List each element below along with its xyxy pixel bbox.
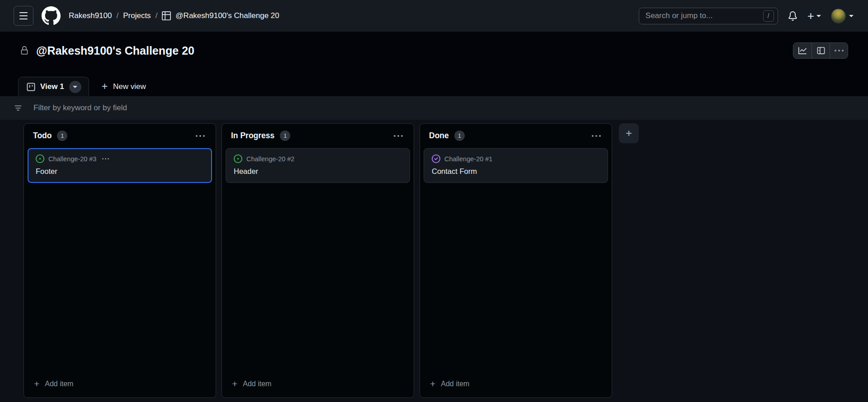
card-title: Header (234, 167, 402, 176)
add-column-button[interactable]: + (619, 123, 639, 143)
breadcrumb-separator: / (116, 11, 118, 20)
column-count-badge: 1 (454, 131, 465, 141)
card-title: Footer (36, 167, 204, 176)
column-title: Todo (33, 131, 52, 140)
board: Todo 1 Challenge-20 #3 Footer (0, 120, 868, 402)
card-header[interactable]: Challenge-20 #2 Header (226, 148, 410, 183)
filter-input[interactable] (33, 103, 854, 112)
view-tabs: View 1 + New view (18, 77, 848, 96)
lock-icon (20, 46, 29, 55)
tab-label: View 1 (40, 82, 64, 91)
breadcrumb-user-link[interactable]: Rakesh9100 (69, 11, 112, 20)
issue-closed-icon (432, 154, 440, 163)
card-issue-ref[interactable]: Challenge-20 #1 (444, 155, 492, 163)
filter-bar (0, 96, 868, 120)
notifications-button[interactable] (788, 11, 797, 21)
project-menu-button[interactable] (830, 43, 848, 58)
plus-icon: + (34, 379, 39, 388)
breadcrumb-separator: / (156, 11, 158, 20)
column-menu-button[interactable] (194, 134, 207, 138)
add-item-button[interactable]: + Add item (30, 376, 209, 391)
plus-icon: + (232, 379, 237, 388)
add-item-label: Add item (45, 380, 73, 388)
card-issue-ref[interactable]: Challenge-20 #2 (246, 155, 294, 163)
avatar (831, 9, 846, 23)
user-menu-button[interactable] (831, 9, 854, 23)
add-item-label: Add item (243, 380, 271, 388)
ellipsis-icon (835, 50, 844, 51)
issue-opened-icon (234, 154, 242, 163)
ellipsis-icon (592, 135, 601, 137)
chevron-down-icon (73, 86, 77, 88)
view-options-button[interactable] (69, 81, 81, 93)
view-switcher-group (793, 42, 848, 59)
sidebar-panel-icon (817, 47, 825, 55)
add-item-button[interactable]: + Add item (228, 376, 407, 391)
search-placeholder: Search or jump to... (646, 11, 763, 20)
column-todo: Todo 1 Challenge-20 #3 Footer (24, 123, 216, 398)
card-contact-form[interactable]: Challenge-20 #1 Contact Form (424, 148, 608, 183)
column-menu-button[interactable] (590, 134, 603, 138)
hamburger-menu-button[interactable] (14, 6, 33, 26)
search-input[interactable]: Search or jump to... / (639, 8, 778, 24)
chevron-down-icon (849, 15, 854, 17)
page-title: @Rakesh9100's Challenge 20 (36, 44, 194, 57)
ellipsis-icon (394, 135, 403, 137)
new-view-label: New view (113, 82, 146, 91)
column-menu-button[interactable] (392, 134, 405, 138)
search-shortcut-key: / (763, 10, 774, 22)
insights-button[interactable] (793, 43, 811, 58)
card-footer[interactable]: Challenge-20 #3 Footer (28, 148, 212, 183)
column-in-progress: In Progress 1 Challenge-20 #2 Header (222, 123, 414, 398)
breadcrumb-projects-link[interactable]: Projects (123, 11, 151, 20)
chevron-down-icon (816, 15, 821, 17)
plus-icon: + (102, 81, 108, 92)
side-panel-toggle-button[interactable] (811, 43, 830, 58)
column-title: Done (429, 131, 449, 140)
add-item-button[interactable]: + Add item (426, 376, 605, 391)
column-title: In Progress (231, 131, 274, 140)
issue-opened-icon (36, 154, 44, 163)
card-actions-icon[interactable] (102, 158, 109, 159)
column-count-badge: 1 (57, 131, 67, 141)
filter-icon (14, 103, 23, 112)
global-header: Rakesh9100 / Projects / @Rakesh9100's Ch… (0, 0, 868, 32)
tab-view-1[interactable]: View 1 (18, 77, 89, 96)
plus-icon: + (430, 379, 435, 388)
column-count-badge: 1 (280, 131, 290, 141)
ellipsis-icon (196, 135, 205, 137)
card-issue-ref[interactable]: Challenge-20 #3 (48, 155, 96, 163)
create-new-button[interactable]: + (807, 10, 821, 22)
column-done: Done 1 Challenge-20 #1 Contact Form (420, 123, 612, 398)
github-logo-icon[interactable] (42, 6, 61, 25)
project-header: @Rakesh9100's Challenge 20 (0, 32, 868, 96)
breadcrumb: Rakesh9100 / Projects / @Rakesh9100's Ch… (69, 11, 279, 20)
add-item-label: Add item (441, 380, 469, 388)
new-view-button[interactable]: + New view (102, 81, 146, 92)
project-table-icon (162, 11, 171, 20)
bell-icon (788, 11, 797, 21)
plus-icon: + (807, 10, 814, 22)
card-title: Contact Form (432, 167, 600, 176)
breadcrumb-project-link[interactable]: @Rakesh9100's Challenge 20 (175, 11, 279, 20)
graph-icon (798, 47, 807, 55)
board-view-icon (27, 83, 35, 91)
